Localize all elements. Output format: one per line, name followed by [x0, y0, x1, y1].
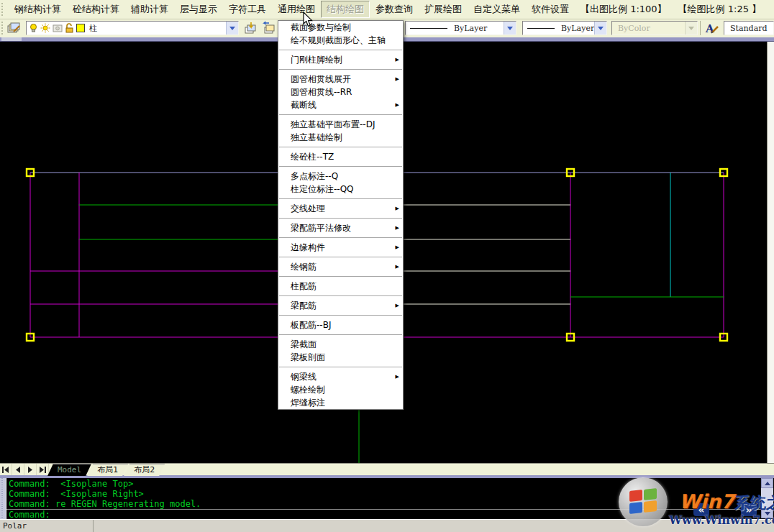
- chevron-down-icon: [507, 27, 513, 30]
- menubar-item[interactable]: 层与显示: [174, 1, 223, 18]
- menubar-item[interactable]: 钢结构计算: [9, 1, 67, 18]
- layer-color-swatch[interactable]: [76, 24, 85, 32]
- tab-last-button[interactable]: [37, 464, 49, 475]
- submenu-arrow-icon: ▶: [396, 98, 399, 111]
- menu-item[interactable]: 螺栓绘制: [278, 383, 403, 396]
- menu-item[interactable]: 多点标注--Q: [278, 170, 403, 183]
- color-value: ByColor: [612, 24, 685, 33]
- menu-item[interactable]: 绘不规则截面形心、主轴: [278, 34, 403, 47]
- layer-previous-button[interactable]: [260, 20, 276, 36]
- menu-item[interactable]: 独立基础绘制: [278, 131, 403, 144]
- menubar-item[interactable]: 通用绘图: [272, 1, 321, 18]
- menubar-item[interactable]: 【绘图比例 1:25 】: [673, 1, 767, 18]
- layer-properties-button[interactable]: [6, 20, 23, 36]
- make-object-layer-current-button[interactable]: [243, 20, 259, 36]
- bulb-icon[interactable]: [29, 23, 38, 33]
- make-layer-current-icon: [245, 22, 258, 35]
- menu-item[interactable]: 柱配筋: [278, 280, 403, 293]
- linetype-combo-1[interactable]: ByLayer: [405, 21, 516, 35]
- status-mode-cell[interactable]: Polar: [0, 520, 94, 532]
- menu-item[interactable]: 交线处理▶: [278, 202, 403, 215]
- command-window-grip[interactable]: [0, 478, 6, 519]
- menu-item-label: 绘砼柱--TZ: [291, 152, 334, 162]
- menu-item[interactable]: 柱定位标注--QQ: [278, 183, 403, 196]
- menu-item-label: 柱配筋: [291, 281, 317, 291]
- scroll-down-button[interactable]: [761, 508, 773, 518]
- layer-manager-icon: [7, 22, 22, 35]
- menu-item-label: 圆管相贯线--RR: [291, 87, 352, 97]
- status-bar: Polar: [0, 519, 774, 532]
- menubar-item[interactable]: 砼结构计算: [67, 1, 125, 18]
- text-style-button[interactable]: A: [704, 20, 721, 36]
- layout-tab-bar: Model布局1布局2: [0, 463, 774, 475]
- menubar-item[interactable]: 软件设置: [526, 1, 575, 18]
- tab-prev-button[interactable]: [12, 464, 24, 475]
- menu-item[interactable]: 独立基础平面布置--DJ: [278, 118, 403, 131]
- drawing-vertical-scrollbar[interactable]: [767, 42, 774, 463]
- viewport-freeze-icon[interactable]: [53, 24, 63, 33]
- layer-combo-dropdown-button[interactable]: [226, 22, 238, 35]
- menu-item[interactable]: 板配筋--BJ: [278, 318, 403, 331]
- linetype-combo-dropdown-button[interactable]: [594, 22, 606, 35]
- chevron-down-icon: [229, 27, 235, 30]
- menu-item[interactable]: 梁板剖面: [278, 351, 403, 364]
- unlock-icon[interactable]: [65, 23, 74, 33]
- command-scrollbar[interactable]: [761, 478, 773, 518]
- menubar-item[interactable]: 辅助计算: [125, 1, 174, 18]
- scroll-up-button[interactable]: [761, 478, 773, 488]
- menubar-item[interactable]: 自定义菜单: [468, 1, 526, 18]
- menu-separator: [278, 163, 403, 170]
- menubar-item[interactable]: 字符工具: [223, 1, 272, 18]
- menu-separator: [278, 234, 403, 241]
- tab-layout1[interactable]: 布局1: [87, 464, 128, 476]
- menu-item[interactable]: 圆管相贯线--RR: [278, 86, 403, 98]
- arrow-up-icon: [765, 482, 770, 485]
- tab-next-button[interactable]: [24, 464, 37, 475]
- menu-item-label: 螺栓绘制: [291, 385, 325, 395]
- submenu-arrow-icon: ▶: [396, 73, 399, 86]
- linetype-combo-dropdown-button[interactable]: [504, 22, 516, 35]
- linetype-sample-icon: [410, 28, 447, 29]
- status-mode-polar: Polar: [3, 521, 27, 531]
- tab-model[interactable]: Model: [47, 464, 91, 476]
- tab-layout2[interactable]: 布局2: [124, 464, 165, 476]
- command-input[interactable]: Command:: [9, 510, 760, 520]
- menu-item[interactable]: 绘钢筋▶: [278, 260, 403, 273]
- toolbar-separator: [700, 21, 703, 35]
- submenu-arrow-icon: ▶: [396, 53, 399, 66]
- menu-item[interactable]: 截断线▶: [278, 98, 403, 111]
- command-history-line: Command: <Isoplane Top>: [9, 479, 760, 489]
- menu-item-label: 门刚柱脚绘制: [291, 55, 342, 65]
- submenu-arrow-icon: ▶: [396, 202, 399, 215]
- menu-item[interactable]: 截面参数与绘制: [278, 21, 403, 34]
- menu-item[interactable]: 梁截面: [278, 338, 403, 351]
- submenu-arrow-icon: ▶: [396, 299, 399, 312]
- text-style-combo[interactable]: Standard: [724, 21, 774, 35]
- menu-item[interactable]: 圆管相贯线展开▶: [278, 73, 403, 86]
- menu-item-label: 多点标注--Q: [291, 171, 338, 181]
- layout-tabs: Model布局1布局2: [52, 464, 165, 475]
- layer-combo[interactable]: 柱: [26, 21, 239, 35]
- linetype-combo-2[interactable]: ByLayer: [522, 21, 607, 35]
- submenu-arrow-icon: ▶: [396, 260, 399, 273]
- menu-bar-items: 钢结构计算砼结构计算辅助计算层与显示字符工具通用绘图结构绘图参数查询扩展绘图自定…: [9, 0, 767, 19]
- menubar-item[interactable]: 扩展绘图: [419, 1, 468, 18]
- menubar-item[interactable]: 【出图比例 1:100】: [575, 1, 673, 18]
- menu-item[interactable]: 钢梁线▶: [278, 370, 403, 383]
- menu-item-label: 焊缝标注: [291, 398, 325, 408]
- menu-item[interactable]: 门刚柱脚绘制▶: [278, 53, 403, 66]
- menu-item-label: 板配筋--BJ: [291, 320, 331, 330]
- menubar-item-active[interactable]: 结构绘图: [321, 1, 370, 18]
- menu-item[interactable]: 梁配筋▶: [278, 299, 403, 312]
- menu-bar: 钢结构计算砼结构计算辅助计算层与显示字符工具通用绘图结构绘图参数查询扩展绘图自定…: [0, 0, 774, 19]
- menubar-item[interactable]: 参数查询: [370, 1, 419, 18]
- menu-item[interactable]: 绘砼柱--TZ: [278, 150, 403, 163]
- menu-item[interactable]: 边缘构件▶: [278, 241, 403, 254]
- menu-item[interactable]: 焊缝标注: [278, 396, 403, 409]
- menu-separator: [278, 293, 403, 299]
- sun-icon[interactable]: [40, 23, 50, 33]
- tab-first-button[interactable]: [0, 464, 12, 475]
- toolbar-grip[interactable]: [1, 3, 6, 16]
- menu-separator: [278, 254, 403, 260]
- menu-item[interactable]: 梁配筋平法修改▶: [278, 221, 403, 234]
